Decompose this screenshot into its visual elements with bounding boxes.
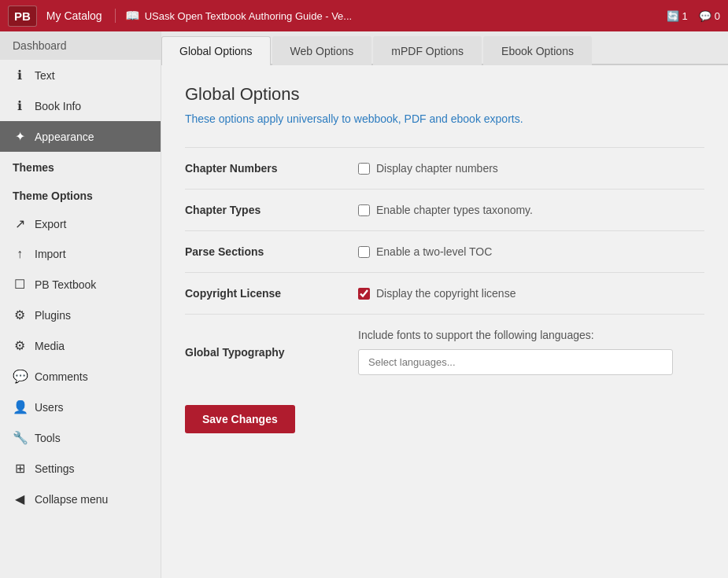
sidebar-item-book-info[interactable]: ℹ Book Info — [0, 90, 161, 121]
media-icon: ⚙ — [13, 338, 27, 353]
options-table: Chapter Numbers Display chapter numbers … — [185, 147, 704, 389]
my-catalog-link[interactable]: My Catalog — [46, 9, 102, 22]
main-layout: Dashboard ℹ Text ℹ Book Info ✦ Appearanc… — [0, 31, 728, 578]
sidebar-item-media[interactable]: ⚙ Media — [0, 330, 161, 361]
options-title: Global Options — [185, 84, 704, 105]
checkbox-chapter-types[interactable] — [358, 204, 370, 216]
sidebar-label-export: Export — [35, 218, 66, 230]
checkbox-label-chapter-numbers: Display chapter numbers — [376, 162, 498, 175]
option-label-chapter-numbers: Chapter Numbers — [185, 148, 358, 190]
sidebar-item-pb-textbook[interactable]: ☐ PB Textbook — [0, 269, 161, 300]
table-row-chapter-numbers: Chapter Numbers Display chapter numbers — [185, 148, 704, 190]
select-languages-input[interactable] — [358, 349, 673, 375]
comment-indicator[interactable]: 💬 0 — [699, 10, 720, 22]
sidebar-label-tools: Tools — [35, 432, 61, 444]
book-info-icon: ℹ — [13, 98, 27, 113]
tab-global-options[interactable]: Global Options — [161, 36, 271, 65]
book-title-text: USask Open Textbook Authoring Guide - Ve… — [145, 10, 353, 22]
tab-web-options-label: Web Options — [290, 45, 354, 57]
book-icon: 📖 — [125, 9, 140, 23]
tab-ebook-options[interactable]: Ebook Options — [483, 36, 592, 65]
checkbox-row-copyright-license: Display the copyright license — [358, 287, 697, 300]
sidebar-item-theme-options[interactable]: Theme Options — [0, 180, 161, 208]
save-changes-button[interactable]: Save Changes — [185, 405, 295, 433]
comment-icon: 💬 — [699, 10, 711, 22]
plugins-icon: ⚙ — [13, 307, 27, 322]
option-label-global-typography: Global Typography — [185, 315, 358, 390]
sync-icon: 🔄 — [667, 10, 679, 22]
sidebar-label-themes: Themes — [13, 161, 54, 174]
sidebar-item-settings[interactable]: ⊞ Settings — [0, 453, 161, 484]
tools-icon: 🔧 — [13, 430, 27, 445]
sidebar-item-comments[interactable]: 💬 Comments — [0, 361, 161, 392]
typography-description: Include fonts to support the following l… — [358, 329, 697, 341]
sidebar-label-appearance: Appearance — [35, 131, 94, 143]
pb-logo[interactable]: PB — [8, 6, 37, 27]
settings-icon: ⊞ — [13, 461, 27, 476]
sidebar-item-import[interactable]: ↑ Import — [0, 239, 161, 269]
options-subtitle: These options apply universally to webbo… — [185, 112, 704, 125]
sidebar-item-users[interactable]: 👤 Users — [0, 392, 161, 422]
import-icon: ↑ — [13, 247, 27, 261]
table-row-copyright-license: Copyright License Display the copyright … — [185, 273, 704, 315]
sidebar-label-settings: Settings — [35, 462, 75, 475]
checkbox-copyright-license[interactable] — [358, 288, 370, 300]
sidebar: Dashboard ℹ Text ℹ Book Info ✦ Appearanc… — [0, 31, 161, 578]
tab-global-options-label: Global Options — [179, 45, 253, 57]
checkbox-label-chapter-types: Enable chapter types taxonomy. — [376, 204, 533, 216]
sidebar-label-media: Media — [35, 340, 65, 352]
sidebar-item-plugins[interactable]: ⚙ Plugins — [0, 300, 161, 330]
text-icon: ℹ — [13, 68, 27, 83]
tab-web-options[interactable]: Web Options — [272, 36, 372, 65]
tab-mpdf-options-label: mPDF Options — [391, 45, 464, 57]
sidebar-item-collapse[interactable]: ◀ Collapse menu — [0, 484, 161, 514]
sidebar-label-import: Import — [35, 248, 66, 260]
checkbox-parse-sections[interactable] — [358, 246, 370, 258]
checkbox-row-parse-sections: Enable a two-level TOC — [358, 245, 697, 258]
topbar-icons: 🔄 1 💬 0 — [667, 10, 720, 22]
sync-indicator[interactable]: 🔄 1 — [667, 10, 688, 22]
export-icon: ↗ — [13, 216, 27, 231]
collapse-icon: ◀ — [13, 491, 27, 506]
sidebar-item-tools[interactable]: 🔧 Tools — [0, 422, 161, 453]
table-row-chapter-types: Chapter Types Enable chapter types taxon… — [185, 190, 704, 231]
book-title-bar: 📖 USask Open Textbook Authoring Guide - … — [115, 9, 353, 23]
users-icon: 👤 — [13, 399, 27, 414]
content-area: Global Options Web Options mPDF Options … — [161, 31, 728, 578]
table-row-global-typography: Global Typography Include fonts to suppo… — [185, 315, 704, 390]
sidebar-item-export[interactable]: ↗ Export — [0, 208, 161, 239]
checkbox-label-parse-sections: Enable a two-level TOC — [376, 245, 492, 258]
sidebar-label-users: Users — [35, 401, 64, 414]
sidebar-label-text: Text — [35, 69, 55, 82]
appearance-icon: ✦ — [13, 129, 27, 144]
sidebar-label-comments: Comments — [35, 370, 88, 383]
checkbox-row-chapter-numbers: Display chapter numbers — [358, 162, 697, 175]
sidebar-label-plugins: Plugins — [35, 309, 71, 322]
comment-count: 0 — [715, 10, 720, 22]
tab-ebook-options-label: Ebook Options — [501, 45, 574, 57]
table-row-parse-sections: Parse Sections Enable a two-level TOC — [185, 231, 704, 273]
checkbox-chapter-numbers[interactable] — [358, 163, 370, 175]
sidebar-label-collapse: Collapse menu — [35, 493, 108, 506]
sidebar-item-text[interactable]: ℹ Text — [0, 60, 161, 90]
tabs-bar: Global Options Web Options mPDF Options … — [161, 31, 728, 65]
topbar: PB My Catalog 📖 USask Open Textbook Auth… — [0, 0, 728, 31]
sidebar-label-pb-textbook: PB Textbook — [35, 278, 96, 291]
sidebar-label-theme-options: Theme Options — [13, 190, 93, 202]
sync-count: 1 — [682, 10, 688, 22]
checkbox-row-chapter-types: Enable chapter types taxonomy. — [358, 204, 697, 216]
option-label-parse-sections: Parse Sections — [185, 231, 358, 273]
options-panel: Global Options These options apply unive… — [161, 65, 728, 457]
sidebar-item-themes: Themes — [0, 152, 161, 180]
sidebar-item-dashboard[interactable]: Dashboard — [0, 31, 161, 60]
checkbox-label-copyright-license: Display the copyright license — [376, 287, 516, 300]
comments-icon: 💬 — [13, 369, 27, 384]
sidebar-item-appearance[interactable]: ✦ Appearance — [0, 121, 161, 152]
pb-textbook-icon: ☐ — [13, 277, 27, 292]
option-label-chapter-types: Chapter Types — [185, 190, 358, 231]
sidebar-label-book-info: Book Info — [35, 100, 81, 112]
tab-mpdf-options[interactable]: mPDF Options — [373, 36, 482, 65]
option-label-copyright-license: Copyright License — [185, 273, 358, 315]
